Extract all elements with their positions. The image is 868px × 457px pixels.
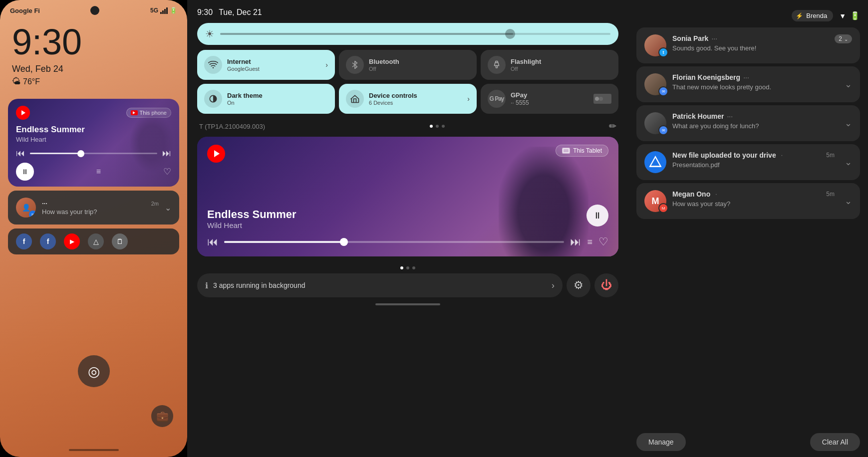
notif-item-florian[interactable]: ✉ Florian Koenigsberg ··· That new movie… (636, 66, 860, 102)
tablet-prev-button[interactable]: ⏮ (207, 235, 218, 248)
megan-expand-icon[interactable]: ⌄ (845, 196, 852, 207)
notes-icon[interactable]: 🗒 (112, 233, 128, 249)
brenda-badge: ⚡ Brenda (792, 10, 833, 21)
svg-rect-2 (496, 66, 498, 68)
phone-panel: Google Fi 5G 🔋 9:30 Wed, Feb 24 🌤 76°F (0, 0, 187, 457)
next-button[interactable]: ⏭ (162, 148, 171, 159)
messages-icon[interactable]: △ (88, 233, 104, 249)
tile-darktheme-sublabel: On (227, 100, 263, 106)
tablet-music-content: This Tablet Endless Summer Wild Heart ⏮ … (197, 137, 618, 256)
phone-pause-button[interactable]: ⏸ (16, 163, 34, 181)
tablet-status-bar: 9:30 Tue, Dec 21 (197, 8, 618, 17)
tablet-youtube-icon[interactable] (207, 145, 225, 163)
tile-flashlight[interactable]: Flashlight Off (481, 50, 618, 80)
tablet-heart-button[interactable]: ♡ (598, 235, 608, 248)
tablet-bottom-row: ℹ 3 apps running in background › ⚙ ⏻ (197, 273, 618, 297)
music-dot-3 (412, 266, 415, 269)
bluetooth-icon (346, 56, 364, 74)
phone-music-card[interactable]: This phone Endless Summer Wild Heart ⏮ ⏭… (8, 99, 179, 187)
drive-time: 5m (826, 152, 835, 159)
briefcase-button[interactable]: 💼 (151, 405, 173, 427)
manage-button[interactable]: Manage (636, 433, 686, 451)
notification-list: t Sonia Park ··· Sounds good. See you th… (636, 27, 860, 427)
notif-item-megan[interactable]: M M Megan Ono · 5m How was your stay? ⌄ (636, 183, 860, 219)
tile-devicecontrols-chevron[interactable]: › (467, 95, 470, 103)
florian-expand-icon[interactable]: ⌄ (845, 79, 852, 90)
brightness-track[interactable] (220, 33, 610, 35)
facebook2-icon[interactable]: f (40, 233, 56, 249)
tile-flashlight-label: Flashlight (511, 58, 541, 65)
settings-button[interactable]: ⚙ (567, 273, 590, 297)
music-page-dots (197, 266, 618, 269)
megan-badge-icon: M (662, 206, 665, 211)
wifi-icon (204, 56, 222, 74)
notif-message: How was your trip? (42, 208, 159, 216)
tile-flashlight-sublabel: Off (511, 66, 541, 72)
tile-internet-sublabel: GoogleGuest (227, 66, 260, 72)
notif-item-sonia[interactable]: t Sonia Park ··· Sounds good. See you th… (636, 27, 860, 63)
edit-icon[interactable]: ✏ (609, 121, 616, 132)
tile-gpay-label: GPay (511, 91, 529, 99)
youtube-icon[interactable]: ▶ (64, 233, 80, 249)
tile-internet-chevron[interactable]: › (325, 61, 328, 69)
dot-3 (442, 125, 445, 128)
tile-internet-label: Internet (227, 58, 260, 65)
tile-gpay[interactable]: G Pay GPay ·· 5555 (481, 84, 618, 114)
gpay-card-icon (593, 94, 611, 104)
tile-darktheme[interactable]: Dark theme On (197, 84, 335, 114)
youtube-play-icon[interactable] (16, 106, 30, 120)
message-badge: ✉ (29, 211, 36, 218)
prev-button[interactable]: ⏮ (16, 148, 25, 159)
patrick-dots: ··· (727, 112, 733, 120)
power-button[interactable]: ⏻ (594, 273, 618, 297)
fingerprint-button[interactable]: ◎ (78, 355, 110, 387)
phone-notification-card[interactable]: 👤 ✉ ··· 2m How was your trip? ⌄ (8, 191, 179, 225)
tile-bluetooth[interactable]: Bluetooth Off (339, 50, 477, 80)
count-chevron-icon: ⌄ (844, 36, 848, 42)
tablet-next-button[interactable]: ⏭ (570, 235, 581, 248)
tablet-queue-button[interactable]: ≡ (587, 237, 592, 247)
notif-item-patrick[interactable]: ✉ Patrick Houmer ··· What are you doing … (636, 105, 860, 141)
tile-bluetooth-sublabel: Off (369, 66, 399, 72)
svg-rect-3 (563, 149, 569, 153)
phone-time: 9:30 (0, 19, 187, 62)
darktheme-icon (204, 90, 222, 108)
patrick-expand-icon[interactable]: ⌄ (845, 118, 852, 129)
brightness-icon: ☀ (205, 28, 214, 40)
sonia-count-badge: 2 ⌄ (835, 34, 852, 43)
heart-button[interactable]: ♡ (163, 166, 171, 177)
tablet-progress-bar[interactable] (224, 241, 564, 243)
tile-bluetooth-label: Bluetooth (369, 58, 399, 65)
apps-running-pill[interactable]: ℹ 3 apps running in background › (197, 273, 563, 297)
tile-devicecontrols[interactable]: Device controls 6 Devices › (339, 84, 477, 114)
tile-internet[interactable]: Internet GoogleGuest › (197, 50, 335, 80)
megan-avatar: M M (644, 190, 666, 212)
camera-hole (90, 6, 99, 15)
megan-time: 5m (826, 191, 835, 198)
queue-button[interactable]: ≡ (96, 167, 101, 176)
clear-all-button[interactable]: Clear All (810, 433, 860, 451)
phone-notif-content: ··· 2m How was your trip? (42, 200, 159, 216)
phone-notif-avatar: 👤 ✉ (16, 198, 36, 218)
notif-item-drive[interactable]: New file uploaded to your drive · 5m Pre… (636, 144, 860, 180)
tile-darktheme-label: Dark theme (227, 92, 263, 99)
sonia-message: Sounds good. See you there! (672, 44, 829, 52)
tile-devicecontrols-text: Device controls 6 Devices (369, 92, 417, 106)
power-icon: ⏻ (601, 279, 612, 292)
drive-expand-icon[interactable]: ⌄ (845, 157, 852, 168)
expand-icon[interactable]: ⌄ (165, 203, 171, 213)
tablet-music-card[interactable]: This Tablet Endless Summer Wild Heart ⏮ … (197, 137, 618, 256)
sonia-count: 2 (839, 35, 842, 42)
tile-internet-text: Internet GoogleGuest (227, 58, 260, 72)
message-badge-icon: ✉ (31, 213, 35, 217)
megan-name: Megan Ono (672, 190, 710, 198)
notif-time: 2m (151, 201, 159, 207)
facebook-icon[interactable]: f (16, 233, 32, 249)
megan-content: Megan Ono · 5m How was your stay? (672, 190, 835, 208)
briefcase-icon: 💼 (156, 410, 169, 422)
music-controls-row: ⏮ ⏭ (16, 148, 171, 159)
phone-music-subtitle: Wild Heart (16, 136, 171, 143)
brightness-slider[interactable]: ☀ (197, 23, 618, 45)
progress-bar[interactable] (30, 153, 157, 154)
florian-message: That new movie looks pretty good. (672, 83, 835, 91)
